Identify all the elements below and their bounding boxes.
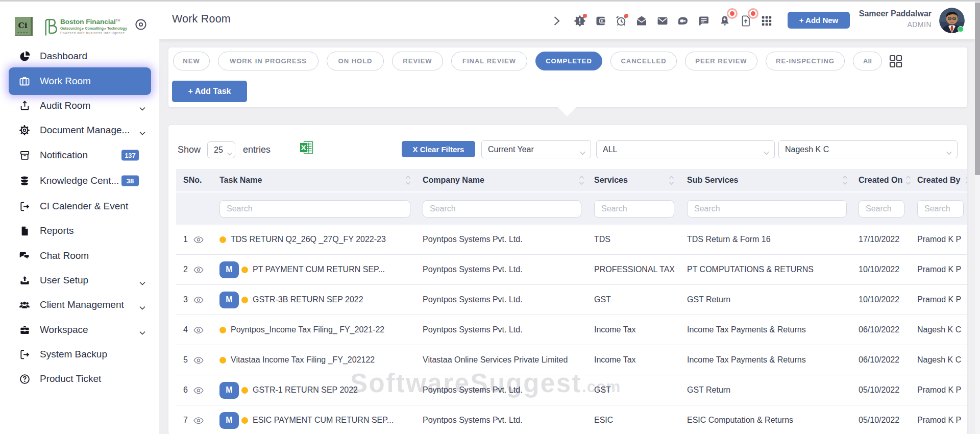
column-header-sub-services[interactable]: Sub Services — [687, 176, 859, 185]
search-services-input[interactable] — [594, 200, 674, 218]
eye-view-icon[interactable] — [193, 417, 204, 424]
search-created-by-input[interactable] — [917, 200, 964, 218]
user-avatar[interactable] — [939, 8, 965, 33]
notification-bell-icon[interactable] — [719, 15, 731, 27]
status-pill-re-inspecting[interactable]: RE-INSPECTING — [766, 52, 845, 70]
page-scrollbar[interactable] — [975, 2, 980, 434]
status-filter-card: NEWWORK IN PROGRESSON HOLDREVIEWFINAL RE… — [168, 47, 967, 107]
sidebar-item-work-room[interactable]: Work Room — [9, 67, 151, 95]
certificate-badge-icon[interactable] — [574, 15, 586, 27]
sidebar-item-reports[interactable]: Reports — [0, 219, 159, 243]
sort-icon[interactable] — [905, 176, 911, 185]
sort-icon[interactable] — [669, 176, 674, 185]
sidebar-item-ci-calender-event[interactable]: CI Calender & Event — [0, 194, 159, 219]
services: GST — [594, 295, 687, 304]
created-by: Pramod K P — [917, 416, 967, 425]
row-number: 6 — [183, 385, 188, 395]
sub-services: GST Return — [687, 385, 859, 395]
company-name: Vitastaa Online Services Private Limited — [423, 355, 594, 365]
sort-icon[interactable] — [405, 176, 411, 185]
search-created-on-input[interactable] — [859, 200, 904, 218]
alarm-clock-icon[interactable] — [615, 15, 627, 27]
status-pill-final-review[interactable]: FINAL REVIEW — [451, 52, 527, 70]
table-row[interactable]: 7 M ESIC PAYMENT CUM RETURN SEP... Poynt… — [176, 405, 967, 434]
eye-view-icon[interactable] — [193, 236, 204, 243]
sidebar-item-document-management[interactable]: Document Manage... — [0, 118, 159, 142]
sort-icon[interactable] — [842, 176, 848, 185]
status-pill-work-in-progress[interactable]: WORK IN PROGRESS — [218, 52, 318, 70]
column-header-sno[interactable]: SNo. — [176, 176, 219, 185]
grid-view-toggle-icon[interactable] — [889, 55, 902, 68]
table-row[interactable]: 5 Vitastaa Income Tax Filing _FY_202122 … — [176, 345, 967, 375]
file-upload-icon[interactable] — [740, 15, 752, 27]
sidebar-item-client-management[interactable]: Client Management — [0, 293, 159, 317]
column-header-services[interactable]: Services — [594, 176, 687, 185]
chevron-down-icon — [139, 104, 145, 108]
sidebar-item-dashboard[interactable]: Dashboard — [0, 44, 159, 68]
column-header-company-name[interactable]: Company Name — [423, 176, 594, 185]
table-row[interactable]: 6 M GSTR-1 RETURN SEP 2022 Poyntpos Syst… — [176, 375, 967, 405]
eye-view-icon[interactable] — [193, 387, 204, 394]
task-table: SNo. Task Name Company Name Services Sub… — [176, 169, 967, 434]
search-sub-services-input[interactable] — [687, 200, 847, 218]
briefcase-filled-icon — [18, 324, 31, 336]
sidebar-item-audit-room[interactable]: Audit Room — [0, 93, 159, 118]
search-task-name-input[interactable] — [219, 200, 410, 218]
milestone-badge: M — [219, 261, 239, 278]
card-notch — [558, 107, 576, 116]
add-task-button[interactable]: + Add Task — [172, 81, 247, 102]
status-pill-all[interactable]: All — [853, 52, 882, 70]
eye-view-icon[interactable] — [193, 266, 204, 273]
scrollbar-thumb[interactable] — [975, 3, 980, 175]
table-row[interactable]: 3 M GSTR-3B RETURN SEP 2022 Poyntpos Sys… — [176, 285, 967, 315]
column-header-created-on[interactable]: Created On — [859, 176, 917, 185]
sidebar-item-label: Notification — [40, 150, 88, 161]
chevron-down-icon — [580, 148, 585, 152]
year-filter-select[interactable]: Current Year — [481, 140, 591, 158]
sidebar-item-user-setup[interactable]: User Setup — [0, 268, 159, 293]
status-pill-new[interactable]: NEW — [173, 52, 210, 70]
clear-filters-button[interactable]: X Clear Filters — [402, 141, 475, 157]
table-row[interactable]: 4 Poyntpos_Income Tax Filing_ FY_2021-22… — [176, 315, 967, 345]
row-number: 2 — [183, 265, 188, 274]
search-company-name-input[interactable] — [423, 200, 581, 218]
chat-bubbles-icon — [18, 250, 31, 262]
services: Income Tax — [594, 325, 687, 334]
mail-icon[interactable] — [656, 15, 669, 27]
status-pill-on-hold[interactable]: ON HOLD — [327, 52, 384, 70]
sort-icon[interactable] — [579, 176, 584, 185]
apps-grid-icon[interactable] — [761, 15, 773, 27]
status-pill-completed[interactable]: COMPLETED — [535, 52, 602, 70]
task-table-card: SoftwareSuggest.com Show 25 entries X Cl… — [168, 125, 967, 434]
status-pill-peer-review[interactable]: PEER REVIEW — [685, 52, 757, 70]
wallet-icon[interactable] — [595, 15, 607, 27]
sidebar-item-system-backup[interactable]: System Backup — [0, 342, 159, 367]
question-circle-icon — [18, 373, 31, 385]
task-name: Poyntpos_Income Tax Filing_ FY_2021-22 — [231, 325, 384, 334]
page-size-select[interactable]: 25 — [207, 141, 235, 158]
mail-open-icon[interactable] — [635, 15, 648, 27]
sidebar-item-product-ticket[interactable]: Product Ticket — [0, 367, 159, 391]
chat-message-icon[interactable] — [698, 15, 710, 27]
table-row[interactable]: 1 TDS RETURN Q2_26Q _27Q_FY 2022-23 Poyn… — [176, 225, 967, 255]
collapse-chevron-right-icon[interactable] — [550, 15, 562, 27]
user-block[interactable]: Sameer Paddalwar ADMIN — [829, 9, 932, 29]
sidebar-item-notification[interactable]: Notification 137 — [0, 143, 159, 167]
column-header-created-by[interactable]: Created By — [917, 176, 967, 185]
user-filter-select[interactable]: Nagesh K C — [778, 140, 958, 158]
eye-view-icon[interactable] — [193, 356, 204, 364]
sidebar-item-workspace[interactable]: Workspace — [0, 318, 159, 342]
table-row[interactable]: 2 M PT PAYMENT CUM RETURN SEP... Poyntpo… — [176, 255, 967, 285]
column-header-task-name[interactable]: Task Name — [219, 176, 423, 185]
status-pill-review[interactable]: REVIEW — [392, 52, 443, 70]
sort-icon[interactable] — [965, 176, 967, 185]
milestone-badge: M — [219, 382, 239, 399]
eye-view-icon[interactable] — [193, 326, 204, 333]
status-pill-cancelled[interactable]: CANCELLED — [610, 52, 677, 70]
company-filter-select[interactable]: ALL — [596, 140, 775, 158]
excel-export-icon[interactable] — [300, 140, 313, 155]
video-call-icon[interactable] — [677, 15, 689, 27]
sidebar-item-knowledge-center[interactable]: Knowledge Cent... 38 — [0, 168, 159, 193]
sidebar-item-chat-room[interactable]: Chat Room — [0, 244, 159, 268]
eye-view-icon[interactable] — [193, 296, 204, 303]
